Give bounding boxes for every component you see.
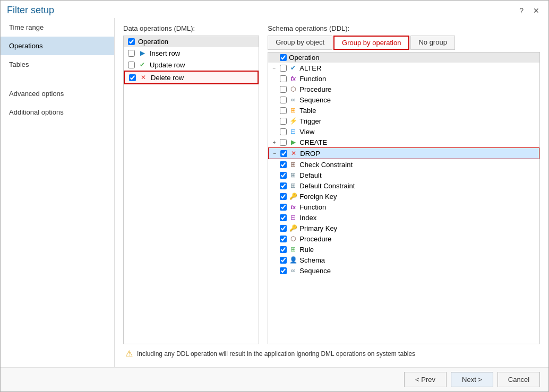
warning-bar: ⚠ Including any DDL operation will resul… bbox=[123, 344, 540, 363]
tab-group-by-object[interactable]: Group by object bbox=[268, 36, 332, 50]
alter-view-label: View bbox=[299, 128, 314, 136]
drop-default-label: Default bbox=[299, 171, 321, 179]
tab-group-by-operation[interactable]: Group by operation bbox=[333, 36, 409, 50]
cancel-button[interactable]: Cancel bbox=[497, 372, 540, 387]
dml-header-checkbox[interactable] bbox=[128, 38, 135, 45]
drop-function-checkbox[interactable] bbox=[280, 204, 287, 211]
dml-update-row: ✔ Update row bbox=[124, 59, 259, 71]
main-content: Data operations (DML): Operation ▶ Inser… bbox=[115, 18, 548, 367]
sidebar-item-time-range[interactable]: Time range bbox=[1, 18, 114, 37]
alter-table-checkbox[interactable] bbox=[280, 107, 287, 114]
alter-view-checkbox[interactable] bbox=[280, 128, 287, 135]
drop-expander[interactable]: − bbox=[271, 151, 278, 156]
drop-procedure-checkbox[interactable] bbox=[280, 236, 287, 242]
dml-insert-row: ▶ Insert row bbox=[124, 47, 259, 59]
drop-check-checkbox[interactable] bbox=[280, 161, 287, 168]
drop-fk-icon: 🔑 bbox=[289, 192, 297, 201]
drop-pk-checkbox[interactable] bbox=[280, 225, 287, 232]
alter-trigger-checkbox[interactable] bbox=[280, 118, 287, 125]
ddl-alter-trigger: ⚡ Trigger bbox=[268, 116, 539, 126]
ddl-alter-procedure: ⬡ Procedure bbox=[268, 84, 539, 94]
alter-view-icon: ⊟ bbox=[289, 127, 297, 136]
dml-header-label: Operation bbox=[138, 38, 168, 46]
ddl-drop-check: ⊞ Check Constraint bbox=[268, 159, 539, 170]
drop-sequence-checkbox[interactable] bbox=[280, 267, 287, 274]
alter-trigger-icon: ⚡ bbox=[289, 117, 297, 125]
dialog-title: Filter setup bbox=[7, 5, 54, 16]
alter-trigger-label: Trigger bbox=[299, 117, 321, 125]
alter-checkbox[interactable] bbox=[280, 65, 287, 72]
drop-icon: ✕ bbox=[289, 149, 298, 158]
delete-icon: ✕ bbox=[139, 73, 148, 82]
create-expander[interactable]: + bbox=[270, 140, 278, 145]
dml-panel: Data operations (DML): Operation ▶ Inser… bbox=[123, 24, 259, 344]
update-icon: ✔ bbox=[138, 60, 147, 69]
ddl-drop-schema: 👤 Schema bbox=[268, 255, 539, 265]
drop-procedure-label: Procedure bbox=[299, 235, 331, 243]
drop-pk-label: Primary Key bbox=[299, 224, 337, 232]
help-button[interactable]: ? bbox=[517, 5, 526, 16]
drop-schema-checkbox[interactable] bbox=[280, 257, 287, 264]
drop-sequence-icon: ∞ bbox=[289, 266, 297, 275]
next-button[interactable]: Next > bbox=[451, 372, 493, 387]
ddl-drop-fk: 🔑 Foreign Key bbox=[268, 191, 539, 202]
dml-insert-label: Insert row bbox=[150, 49, 180, 57]
drop-default-constraint-icon: ⊞ bbox=[289, 181, 297, 190]
drop-check-label: Check Constraint bbox=[299, 161, 353, 169]
ddl-header-checkbox[interactable] bbox=[280, 54, 287, 61]
drop-rule-icon: ⊞ bbox=[289, 245, 297, 254]
ddl-panel: Schema operations (DDL): Group by object… bbox=[268, 24, 540, 344]
ddl-drop-index: ⊟ Index bbox=[268, 212, 539, 223]
ddl-header-label: Operation bbox=[289, 54, 319, 62]
ddl-drop-function: fx Function bbox=[268, 202, 539, 212]
ddl-drop-default-constraint: ⊞ Default Constraint bbox=[268, 180, 539, 191]
drop-fk-label: Foreign Key bbox=[299, 193, 337, 201]
drop-fk-checkbox[interactable] bbox=[280, 193, 287, 200]
drop-default-constraint-checkbox[interactable] bbox=[280, 182, 287, 189]
drop-schema-label: Schema bbox=[299, 256, 325, 264]
dml-panel-title: Data operations (DML): bbox=[123, 24, 259, 32]
close-button[interactable]: ✕ bbox=[530, 5, 542, 16]
sidebar: Time range Operations Tables Advanced op… bbox=[1, 18, 115, 367]
ddl-create-group: + ▶ CREATE bbox=[268, 137, 539, 147]
drop-checkbox[interactable] bbox=[280, 150, 287, 157]
drop-function-label: Function bbox=[299, 203, 326, 211]
ddl-drop-default: ⊞ Default bbox=[268, 170, 539, 180]
sidebar-item-operations[interactable]: Operations bbox=[1, 37, 114, 55]
tab-no-group[interactable]: No group bbox=[410, 36, 454, 50]
prev-button[interactable]: < Prev bbox=[404, 372, 447, 387]
alter-procedure-icon: ⬡ bbox=[289, 85, 297, 93]
drop-index-checkbox[interactable] bbox=[280, 214, 287, 221]
dml-update-label: Update row bbox=[150, 61, 185, 69]
alter-procedure-checkbox[interactable] bbox=[280, 86, 287, 93]
drop-rule-checkbox[interactable] bbox=[280, 246, 287, 253]
alter-sequence-checkbox[interactable] bbox=[280, 97, 287, 103]
ddl-tabs: Group by object Group by operation No gr… bbox=[268, 36, 540, 50]
create-checkbox[interactable] bbox=[280, 139, 287, 146]
dml-delete-row: ✕ Delete row bbox=[124, 71, 259, 84]
filter-setup-dialog: Filter setup ? ✕ Time range Operations T… bbox=[0, 0, 549, 392]
dml-update-checkbox[interactable] bbox=[128, 62, 135, 68]
sidebar-item-advanced-options[interactable]: Advanced options bbox=[1, 84, 114, 103]
alter-sequence-icon: ∞ bbox=[289, 95, 297, 104]
alter-procedure-label: Procedure bbox=[299, 85, 331, 93]
sidebar-item-tables[interactable]: Tables bbox=[1, 55, 114, 74]
dml-insert-checkbox[interactable] bbox=[128, 50, 135, 57]
ddl-drop-procedure: ⬡ Procedure bbox=[268, 233, 539, 244]
bottom-bar: < Prev Next > Cancel bbox=[1, 367, 548, 391]
dml-delete-label: Delete row bbox=[151, 74, 184, 82]
drop-function-icon: fx bbox=[289, 203, 297, 211]
drop-index-label: Index bbox=[299, 214, 316, 222]
sidebar-item-additional-options[interactable]: Additional options bbox=[1, 103, 114, 121]
alter-expander[interactable]: − bbox=[270, 65, 278, 71]
panels-row: Data operations (DML): Operation ▶ Inser… bbox=[123, 24, 540, 344]
drop-pk-icon: 🔑 bbox=[289, 224, 297, 232]
title-bar-controls: ? ✕ bbox=[517, 5, 542, 16]
drop-check-icon: ⊞ bbox=[289, 160, 297, 169]
drop-default-checkbox[interactable] bbox=[280, 172, 287, 179]
dml-delete-checkbox[interactable] bbox=[129, 74, 136, 81]
create-label: CREATE bbox=[299, 138, 327, 146]
alter-function-checkbox[interactable] bbox=[280, 75, 287, 82]
ddl-drop-pk: 🔑 Primary Key bbox=[268, 223, 539, 233]
ddl-header-row: Operation bbox=[268, 53, 539, 63]
